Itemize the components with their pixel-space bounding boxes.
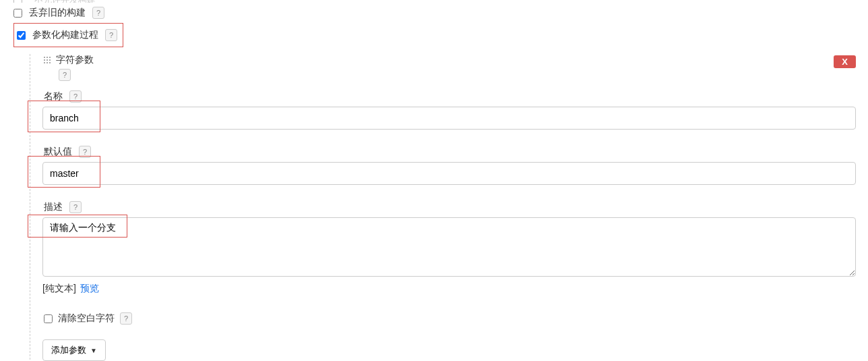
field-group-default: 默认值 ? [42,146,868,185]
parameter-type-help: ? [56,69,868,81]
trim-row: 清除空白字符 ? [44,312,868,325]
svg-rect-7 [46,62,48,63]
description-label: 描述 [44,201,63,213]
field-group-name: 名称 ? [42,90,868,130]
add-parameter-button[interactable]: 添加参数 ▼ [42,339,106,361]
svg-rect-3 [44,59,45,61]
drag-handle-icon[interactable] [42,55,52,65]
description-textarea[interactable] [42,217,856,277]
name-label: 名称 [44,90,63,103]
preview-link[interactable]: 预览 [80,283,99,294]
checkbox-parameterized[interactable] [17,31,26,40]
option-discard-old: 丢弃旧的构建 ? [13,5,868,20]
field-group-description: 描述 ? [纯文本] 预览 [42,201,868,295]
help-icon[interactable]: ? [59,69,71,81]
add-parameter-label: 添加参数 [51,344,86,356]
help-icon[interactable]: ? [92,7,104,19]
trim-checkbox[interactable] [44,314,53,323]
help-icon[interactable]: ? [69,90,82,103]
help-icon[interactable]: ? [105,29,117,41]
name-input[interactable] [42,107,856,130]
delete-parameter-button[interactable]: X [834,55,856,68]
trim-label: 清除空白字符 [58,312,115,325]
label-parameterized: 参数化构建过程 [32,29,98,41]
highlight-box-parameterized: 参数化构建过程 ? [13,23,123,47]
help-icon[interactable]: ? [120,312,132,325]
svg-rect-0 [44,57,45,58]
checkbox-no-concurrent[interactable] [13,0,22,3]
svg-rect-5 [49,59,51,61]
svg-rect-1 [46,57,48,58]
label-no-concurrent: 不允许并发构建 [34,0,96,3]
parameter-header: 字符参数 [42,54,868,66]
help-icon[interactable]: ? [79,146,91,158]
svg-rect-6 [44,62,45,63]
parameter-section: X 字符参数 ? 名称 ? 默认值 ? [30,54,868,361]
default-input[interactable] [42,162,856,185]
label-discard-old: 丢弃旧的构建 [29,7,86,19]
svg-rect-2 [49,57,51,58]
help-icon[interactable]: ? [69,201,82,213]
option-no-concurrent: 不允许并发构建 [13,0,868,3]
preview-row: [纯文本] 预览 [42,283,868,295]
checkbox-discard-old[interactable] [13,9,22,18]
default-label: 默认值 [44,146,72,158]
parameter-type-label: 字符参数 [56,54,94,66]
caret-down-icon: ▼ [90,347,97,354]
svg-rect-4 [46,59,48,61]
svg-rect-8 [49,62,51,63]
plain-text-label: [纯文本] [42,283,76,294]
